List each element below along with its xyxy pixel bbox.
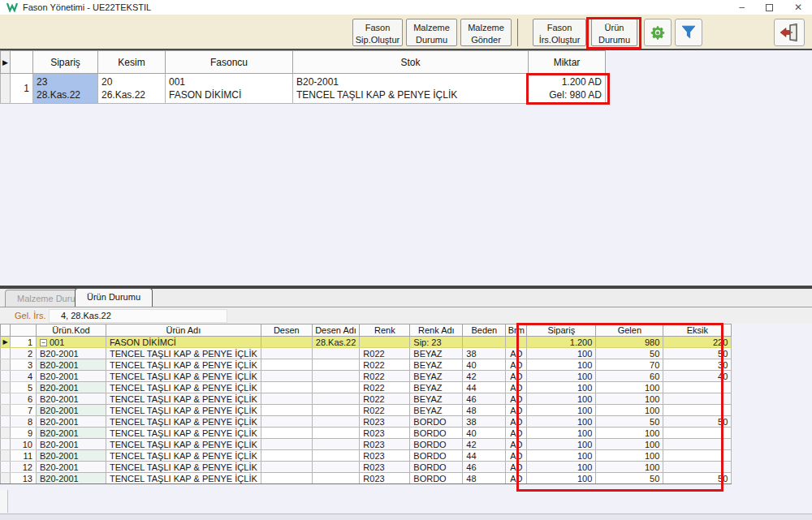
cell-eksik[interactable]: 50 [663, 416, 732, 428]
cell-brm[interactable]: AD [506, 462, 527, 473]
cell-brm[interactable]: AD [506, 382, 527, 393]
cell-gelen[interactable]: 50 [596, 416, 663, 428]
cell-desen[interactable] [261, 428, 312, 439]
cell-renk-adi[interactable]: BEYAZ [410, 393, 463, 405]
horizontal-scrollbar[interactable] [0, 514, 812, 520]
cell-desen-adi[interactable]: 28.Kas.22 [312, 337, 360, 348]
cell-eksik[interactable]: 50 [663, 348, 732, 359]
cell-brm[interactable] [506, 337, 527, 348]
cell-desen[interactable] [261, 382, 312, 393]
col-header-urun-adi[interactable]: Ürün Adı [106, 324, 261, 337]
cell-siparis[interactable]: 100 [527, 473, 596, 484]
col-header-siparis[interactable]: Sipariş [527, 324, 596, 337]
cell-siparis[interactable]: 23 28.Kas.22 [33, 74, 98, 104]
cell-gelen[interactable]: 100 [596, 439, 663, 450]
cell-kod[interactable]: B20-2001 [37, 405, 106, 416]
cell-ad[interactable]: TENCEL TAŞLI KAP & PENYE İÇLİK [106, 450, 261, 462]
cell-ad[interactable]: TENCEL TAŞLI KAP & PENYE İÇLİK [106, 382, 261, 393]
cell-stok[interactable]: B20-2001 TENCEL TAŞLI KAP & PENYE İÇLİK [293, 74, 529, 104]
col-header-desen-adi[interactable]: Desen Adı [312, 324, 360, 337]
cell-kod[interactable]: B20-2001 [37, 462, 106, 473]
col-header-kesim[interactable]: Kesim [98, 51, 166, 74]
cell-beden[interactable] [463, 337, 506, 348]
cell-gelen[interactable]: 100 [596, 393, 663, 405]
cell-renk[interactable]: R022 [360, 382, 410, 393]
cell-desen[interactable] [261, 348, 312, 359]
cell-ad[interactable]: TENCEL TAŞLI KAP & PENYE İÇLİK [106, 371, 261, 382]
cell-renk[interactable]: R023 [360, 462, 410, 473]
cell-desen-adi[interactable] [312, 473, 360, 484]
cell-beden[interactable]: 44 [463, 450, 506, 462]
cell-eksik[interactable]: 40 [663, 371, 732, 382]
cell-siparis[interactable]: 100 [527, 428, 596, 439]
cell-brm[interactable]: AD [506, 416, 527, 428]
cell-renk-adi[interactable]: BEYAZ [410, 371, 463, 382]
minimize-icon[interactable]: – [739, 0, 745, 15]
exit-button[interactable] [774, 19, 805, 46]
cell-eksik[interactable]: 50 [663, 473, 732, 484]
cell-eksik[interactable] [663, 439, 732, 450]
cell-ad[interactable]: TENCEL TAŞLI KAP & PENYE İÇLİK [106, 473, 261, 484]
cell-kod[interactable]: B20-2001 [37, 348, 106, 359]
cell-ad[interactable]: TENCEL TAŞLI KAP & PENYE İÇLİK [106, 359, 261, 371]
cell-renk[interactable]: R022 [360, 393, 410, 405]
cell-eksik[interactable] [663, 462, 732, 473]
cell-kod[interactable]: B20-2001 [37, 393, 106, 405]
filter-button[interactable] [675, 19, 702, 46]
cell-desen-adi[interactable] [312, 371, 360, 382]
vertical-scrollbar[interactable] [0, 490, 8, 513]
cell-renk-adi[interactable]: BORDO [410, 462, 463, 473]
cell-siparis[interactable]: 100 [527, 393, 596, 405]
cell-eksik[interactable] [663, 405, 732, 416]
cell-beden[interactable]: 48 [463, 405, 506, 416]
cell-renk-adi[interactable]: BEYAZ [410, 405, 463, 416]
malzeme-gonder-button[interactable]: Malzeme Gönder [460, 19, 512, 46]
col-header-brm[interactable]: Brm [506, 324, 527, 337]
cell-renk-adi[interactable]: BEYAZ [410, 348, 463, 359]
cell-beden[interactable]: 40 [463, 359, 506, 371]
cell-brm[interactable]: AD [506, 428, 527, 439]
cell-desen-adi[interactable] [312, 348, 360, 359]
cell-renk-adi[interactable]: BORDO [410, 439, 463, 450]
cell-siparis[interactable]: 100 [527, 382, 596, 393]
cell-gelen[interactable]: 100 [596, 382, 663, 393]
cell-renk[interactable]: R023 [360, 439, 410, 450]
maximize-icon[interactable] [766, 4, 773, 11]
cell-desen-adi[interactable] [312, 359, 360, 371]
cell-beden[interactable]: 38 [463, 416, 506, 428]
cell-gelen[interactable]: 50 [596, 348, 663, 359]
cell-kod[interactable]: B20-2001 [37, 382, 106, 393]
cell-gelen[interactable]: 100 [596, 462, 663, 473]
cell-renk-adi[interactable]: Sip: 23 [410, 337, 463, 348]
cell-gelen[interactable]: 100 [596, 450, 663, 462]
cell-renk-adi[interactable]: BORDO [410, 450, 463, 462]
cell-miktar[interactable]: 1.200 AD Gel: 980 AD [529, 74, 606, 104]
cell-brm[interactable]: AD [506, 371, 527, 382]
cell-siparis[interactable]: 100 [527, 462, 596, 473]
col-header-gelen[interactable]: Gelen [596, 324, 663, 337]
cell-beden[interactable]: 46 [463, 393, 506, 405]
cell-desen-adi[interactable] [312, 462, 360, 473]
col-header-beden[interactable]: Beden [463, 324, 506, 337]
cell-renk[interactable]: R023 [360, 450, 410, 462]
cell-desen-adi[interactable] [312, 382, 360, 393]
cell-renk-adi[interactable]: BEYAZ [410, 359, 463, 371]
cell-kod[interactable]: B20-2001 [37, 359, 106, 371]
cell-renk[interactable]: R023 [360, 428, 410, 439]
cell-desen[interactable] [261, 450, 312, 462]
cell-brm[interactable]: AD [506, 359, 527, 371]
col-header-stok[interactable]: Stok [293, 51, 529, 74]
cell-kod[interactable]: B20-2001 [37, 473, 106, 484]
cell-siparis[interactable]: 100 [527, 405, 596, 416]
cell-desen-adi[interactable] [312, 405, 360, 416]
cell-beden[interactable]: 46 [463, 462, 506, 473]
cell-kod[interactable]: B20-2001 [37, 428, 106, 439]
cell-siparis[interactable]: 1.200 [527, 337, 596, 348]
cell-desen-adi[interactable] [312, 416, 360, 428]
cell-fasoncu[interactable]: 001 FASON DİKİMCİ [166, 74, 293, 104]
cell-siparis[interactable]: 100 [527, 450, 596, 462]
settings-button[interactable] [644, 19, 672, 46]
cell-desen[interactable] [261, 439, 312, 450]
col-header-renk[interactable]: Renk [360, 324, 410, 337]
cell-siparis[interactable]: 100 [527, 371, 596, 382]
